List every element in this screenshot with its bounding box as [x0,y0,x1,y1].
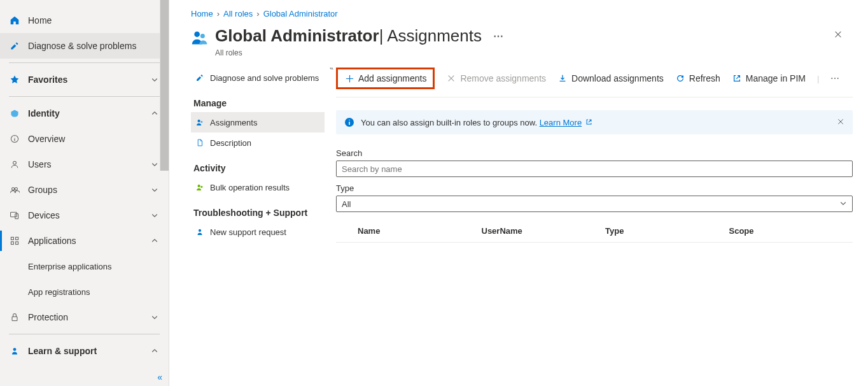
sidebar-collapse-button[interactable]: « [157,372,162,382]
people-green-icon [195,182,205,192]
role-icon [191,29,209,46]
download-assignments-button[interactable]: Download assignments [557,73,664,83]
sidebar-item-protection[interactable]: Protection [0,304,169,330]
wrench-icon [9,40,20,52]
page-subtitle: All roles [215,48,505,57]
type-filter: Type All [336,183,853,212]
toolbar-label: Add assignments [358,73,426,83]
subnav-label: New support request [210,227,286,237]
svg-point-1 [13,161,17,164]
type-select[interactable]: All [336,196,853,212]
sidebar-item-label: Protection [28,312,151,322]
banner-text: You can also assign built-in roles to gr… [361,118,593,127]
svg-rect-6 [11,237,13,239]
breadcrumb-home[interactable]: Home [191,9,213,18]
subnav-label: Assignments [210,118,257,127]
breadcrumb-allroles[interactable]: All roles [223,9,253,18]
page-header: Global Administrator | Assignments ⋯ All… [191,26,868,57]
blade-subnav: « Diagnose and solve problems Manage Ass… [191,68,336,386]
subnav-assignments[interactable]: Assignments [191,112,325,132]
grid-icon [9,235,20,247]
table-header: Name UserName Type Scope [336,221,853,243]
sidebar-item-label: Learn & support [28,346,151,356]
close-icon [446,73,456,83]
manage-pim-button[interactable]: Manage in PIM [732,73,806,83]
page-title-bold: Global Administrator [215,26,379,46]
chevron-down-icon [151,211,160,220]
wrench-icon [195,73,205,83]
external-link-icon [585,118,593,126]
primary-sidebar: Home Diagnose & solve problems Favorites… [0,0,169,386]
svg-rect-4 [11,212,17,217]
remove-assignments-button: Remove assignments [446,73,546,83]
sidebar-item-app-registrations[interactable]: App registrations [0,279,169,304]
subnav-heading-manage: Manage [193,98,325,108]
subnav-description[interactable]: Description [191,132,325,153]
col-type[interactable]: Type [605,226,729,236]
sidebar-item-applications[interactable]: Applications [0,228,169,254]
sidebar-item-users[interactable]: Users [0,152,169,177]
add-assignments-button[interactable]: Add assignments [336,68,435,89]
scrollbar-thumb[interactable] [160,0,169,171]
col-username[interactable]: UserName [482,226,606,236]
svg-point-11 [13,348,17,351]
support-icon [9,345,20,357]
sidebar-item-home[interactable]: Home [0,8,169,33]
breadcrumb-current[interactable]: Global Administrator [263,9,338,18]
page-title: Global Administrator | Assignments ⋯ [215,26,505,46]
chevron-down-icon [151,313,160,322]
refresh-button[interactable]: Refresh [675,73,720,83]
svg-point-17 [200,186,202,188]
sidebar-item-identity[interactable]: Identity [0,101,169,126]
col-name[interactable]: Name [358,226,482,236]
home-icon [9,15,20,26]
people-icon [195,117,205,127]
svg-rect-8 [11,242,13,245]
svg-point-3 [15,187,17,190]
sidebar-item-learn[interactable]: Learn & support [0,338,169,364]
main-content: Home › All roles › Global Administrator … [169,0,868,386]
subnav-bulk[interactable]: Bulk operation results [191,177,325,197]
assignments-table: Name UserName Type Scope [336,221,853,243]
toolbar-more-icon[interactable]: ⋯ [830,73,841,83]
plus-icon [344,73,354,83]
sidebar-item-label: Favorites [28,75,151,85]
support-icon [195,227,205,237]
external-link-icon [732,73,742,83]
sidebar-item-label: Applications [28,236,151,246]
sidebar-item-groups[interactable]: Groups [0,177,169,203]
sidebar-item-devices[interactable]: Devices [0,203,169,228]
subnav-collapse-icon[interactable]: « [330,68,333,71]
sidebar-item-label: Groups [28,185,151,195]
type-value: All [342,199,351,209]
close-button[interactable] [830,26,846,45]
more-actions-icon[interactable]: ⋯ [493,30,505,42]
subnav-heading-activity: Activity [193,163,325,173]
subnav-support[interactable]: New support request [191,222,325,242]
sidebar-item-favorites[interactable]: Favorites [0,67,169,92]
chevron-down-icon [839,199,847,209]
toolbar: Add assignments Remove assignments Downl… [336,68,853,97]
page-title-thin: | Assignments [379,26,482,46]
learn-more-link[interactable]: Learn More [540,118,582,127]
divider [9,334,160,334]
work-pane: Add assignments Remove assignments Downl… [336,68,868,386]
sidebar-item-label: Enterprise applications [28,262,160,271]
search-input[interactable] [336,161,853,177]
sidebar-item-label: Devices [28,210,151,220]
toolbar-label: Manage in PIM [746,73,806,83]
people-icon [9,184,20,196]
sidebar-item-enterprise-apps[interactable]: Enterprise applications [0,254,169,279]
sidebar-item-label: Users [28,159,151,169]
lock-icon [9,311,20,323]
dismiss-banner-button[interactable] [837,118,844,127]
divider [9,96,160,97]
svg-rect-9 [16,242,18,245]
col-scope[interactable]: Scope [729,226,853,236]
svg-point-16 [198,185,200,187]
subnav-diagnose[interactable]: Diagnose and solve problems [191,68,325,88]
svg-point-2 [12,187,15,190]
sidebar-item-overview[interactable]: Overview [0,126,169,152]
sidebar-item-diagnose[interactable]: Diagnose & solve problems [0,33,169,59]
subnav-label: Bulk operation results [210,183,290,192]
